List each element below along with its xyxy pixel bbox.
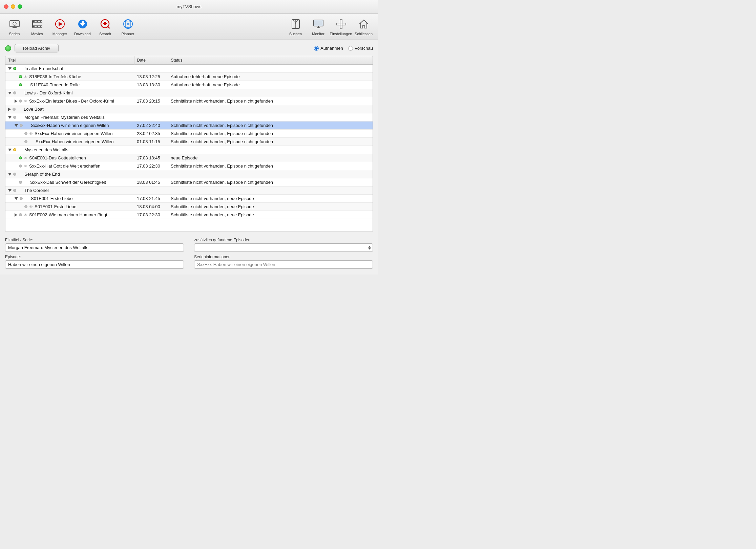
toolbar-search[interactable]: Search: [94, 16, 116, 38]
toolbar-planner[interactable]: Planner: [117, 16, 139, 38]
expand-right-icon[interactable]: [15, 213, 17, 217]
table-row[interactable]: Morgan Freeman: Mysterien des Weltalls: [5, 113, 373, 122]
svg-marker-33: [360, 20, 368, 28]
search-icon: [99, 18, 112, 30]
expand-right-icon[interactable]: [8, 108, 11, 111]
row-date: 28.02 02:35: [134, 130, 168, 138]
table-row[interactable]: In aller Freundschaft: [5, 65, 373, 73]
table-row[interactable]: The Coroner: [5, 186, 373, 195]
table-row[interactable]: Mysterien des Weltalls: [5, 146, 373, 154]
close-button[interactable]: [4, 4, 8, 9]
expand-down-icon[interactable]: [8, 116, 12, 119]
svg-rect-12: [40, 26, 41, 27]
col-titel: Titel: [5, 56, 134, 65]
table-row[interactable]: Love Boat: [5, 105, 373, 113]
row-title: Lewis - Der Oxford-Krimi: [24, 90, 72, 95]
row-status: [168, 65, 373, 73]
zusatz-select[interactable]: [194, 243, 373, 252]
download-label: Download: [74, 32, 91, 36]
status-dot: [19, 213, 22, 216]
expand-down-icon[interactable]: [8, 189, 12, 192]
expand-down-icon[interactable]: [8, 173, 12, 176]
expand-right-icon[interactable]: [15, 100, 17, 103]
row-title: SxxExx-Das Schwert der Gerechtigkeit: [30, 180, 106, 185]
toolbar: Serien Movies: [0, 14, 378, 40]
svg-point-3: [13, 22, 16, 25]
table-row[interactable]: SxxExx-Haben wir einen eigenen Willen01.…: [5, 138, 373, 146]
table-row[interactable]: Lewis - Der Oxford-Krimi: [5, 89, 373, 97]
row-title: S01E002-Wie man einen Hummer fängt: [29, 212, 107, 217]
tv-icon: [8, 18, 21, 30]
eye-icon: 👁: [24, 164, 27, 168]
row-status: Schnittliste nicht vorhanden, neue Episo…: [168, 195, 373, 203]
row-title: SxxExx-Haben wir einen eigenen Willen: [35, 131, 113, 136]
radio-aufnahmen[interactable]: Aufnahmen: [314, 46, 343, 51]
status-dot: [13, 173, 16, 176]
expand-down-icon[interactable]: [8, 67, 12, 70]
zusatz-label: zusätzlich gefundene Episoden:: [194, 238, 373, 242]
toolbar-movies[interactable]: Movies: [26, 16, 48, 38]
table-row[interactable]: SxxExx-Haben wir einen eigenen Willen27.…: [5, 122, 373, 130]
row-date: [134, 113, 168, 122]
toolbar-schliessen[interactable]: Schliessen: [353, 16, 375, 38]
maximize-button[interactable]: [18, 4, 22, 9]
row-status: [168, 170, 373, 178]
row-date: [134, 186, 168, 195]
titlebar: myTVShows: [0, 0, 378, 14]
row-title: S11E040-Tragende Rolle: [30, 82, 80, 87]
row-date: 13.03 13:30: [134, 81, 168, 89]
expand-down-icon[interactable]: [15, 124, 18, 127]
table-row[interactable]: 👁SxxExx-Hat Gott die Welt erschaffen17.0…: [5, 162, 373, 170]
reload-button[interactable]: Reload Archiv: [15, 44, 59, 52]
status-dot: [24, 140, 27, 143]
row-date: 27.02 22:40: [134, 122, 168, 130]
row-status: [168, 146, 373, 154]
toolbar-suchen[interactable]: Suchen: [285, 16, 307, 38]
top-bar-left: Reload Archiv: [5, 44, 59, 52]
row-status: Schnittliste nicht vorhanden, neue Episo…: [168, 203, 373, 211]
minimize-button[interactable]: [11, 4, 15, 9]
status-dot: [20, 124, 23, 127]
table-row[interactable]: 👁SxxExx-Ein letzter Blues - Der Oxford-K…: [5, 97, 373, 105]
table-row[interactable]: S11E040-Tragende Rolle13.03 13:30Aufnahm…: [5, 81, 373, 89]
row-status: neue Episode: [168, 154, 373, 162]
row-date: [134, 170, 168, 178]
expand-down-icon[interactable]: [8, 149, 12, 151]
serieninfo-label: Serieninformationen:: [194, 255, 373, 259]
row-date: 17.03 20:15: [134, 97, 168, 105]
row-date: 17.03 22:30: [134, 211, 168, 219]
einstellungen-label: Einstellungen: [330, 32, 352, 36]
row-date: 17.03 22:30: [134, 162, 168, 170]
toolbar-einstellungen[interactable]: Einstellungen: [330, 16, 352, 38]
table-row[interactable]: 👁S01E001-Erste Liebe18.03 04:00Schnittli…: [5, 203, 373, 211]
expand-down-icon[interactable]: [15, 197, 18, 200]
table-row[interactable]: 👁SxxExx-Haben wir einen eigenen Willen28…: [5, 130, 373, 138]
toolbar-right: Suchen Monitor Einstellungen: [285, 16, 375, 38]
episode-input[interactable]: [5, 260, 184, 269]
toolbar-monitor[interactable]: Monitor: [307, 16, 329, 38]
row-title: SxxExx-Hat Gott die Welt erschaffen: [29, 163, 101, 169]
row-status: Schnittliste nicht vorhanden, Episode ni…: [168, 138, 373, 146]
row-date: 17.03 18:45: [134, 154, 168, 162]
table-row[interactable]: 👁S18E036-In Teufels Küche13.03 12:25Aufn…: [5, 73, 373, 81]
book-icon: [289, 18, 302, 30]
planner-label: Planner: [122, 32, 134, 36]
radio-vorschau[interactable]: Vorschau: [348, 46, 373, 51]
eye-icon: 👁: [24, 75, 27, 79]
row-status: Schnittliste nicht vorhanden, Episode ni…: [168, 122, 373, 130]
table-row[interactable]: 👁S04E001-Das Gottesteilchen17.03 18:45ne…: [5, 154, 373, 162]
row-title: In aller Freundschaft: [24, 66, 65, 71]
serieninfo-input[interactable]: [194, 260, 373, 269]
toolbar-manager[interactable]: Manager: [49, 16, 71, 38]
archive-table: Titel Date Status In aller Freundschaft👁…: [5, 56, 373, 219]
table-row[interactable]: 👁S01E002-Wie man einen Hummer fängt17.03…: [5, 211, 373, 219]
table-row[interactable]: SxxExx-Das Schwert der Gerechtigkeit18.0…: [5, 178, 373, 186]
filmtitel-input[interactable]: [5, 243, 184, 252]
planner-icon: [122, 18, 134, 30]
toolbar-download[interactable]: Download: [71, 16, 93, 38]
row-date: [134, 105, 168, 113]
expand-down-icon[interactable]: [8, 92, 12, 94]
table-row[interactable]: S01E001-Erste Liebe17.03 21:45Schnittlis…: [5, 195, 373, 203]
table-row[interactable]: Seraph of the End: [5, 170, 373, 178]
toolbar-serien[interactable]: Serien: [3, 16, 25, 38]
